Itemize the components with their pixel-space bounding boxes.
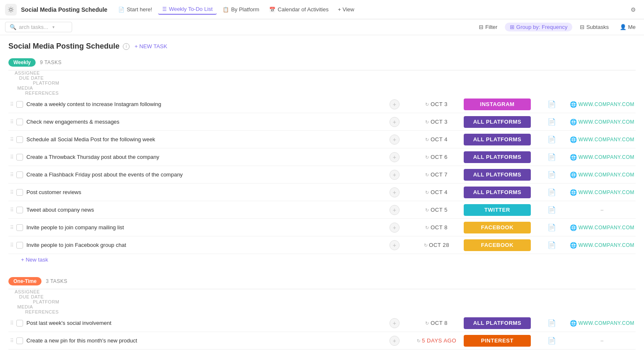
drag-handle[interactable]: ⠿ [10,137,14,143]
media-attachment-icon[interactable]: 📄 [548,337,556,345]
task-references: 🌐www.company.com [569,224,636,231]
task-name-cell: ⠿ Create a Flashback Friday post about t… [8,171,376,178]
reference-link[interactable]: 🌐www.company.com [569,224,636,231]
avatar[interactable]: + [390,240,400,250]
add-assignee-icon: + [393,337,397,344]
drag-handle[interactable]: ⠿ [10,154,14,160]
media-attachment-icon[interactable]: 📄 [548,319,556,327]
task-media[interactable]: 📄 [535,241,569,249]
tab-start-here[interactable]: 📄 Start here! [114,5,156,14]
reference-link[interactable]: 🌐www.company.com [569,320,636,327]
task-media[interactable]: 📄 [535,118,569,126]
task-references: – [569,338,636,344]
task-checkbox[interactable] [16,224,23,231]
task-checkbox[interactable] [16,171,23,178]
task-checkbox[interactable] [16,337,23,344]
new-task-button-weekly[interactable]: + New task [8,254,636,265]
task-name: Schedule all Social Media Post for the f… [26,136,376,143]
media-attachment-icon[interactable]: 📄 [548,100,556,108]
tab-by-platform[interactable]: 📋 By Platform [218,5,263,14]
task-media[interactable]: 📄 [535,100,569,108]
avatar[interactable]: + [390,205,400,215]
task-assignee: + [376,205,413,215]
platform-badge: Facebook [464,222,531,233]
avatar[interactable]: + [390,318,400,328]
avatar[interactable]: + [390,187,400,197]
task-duedate: ↻Oct 28 [413,242,460,248]
task-media[interactable]: 📄 [535,223,569,231]
drag-handle[interactable]: ⠿ [10,101,14,107]
add-view-button[interactable]: + View [335,5,358,14]
page-title: Social Media Posting Schedule [8,42,119,51]
search-box[interactable]: 🔍 arch tasks... ▾ [5,22,72,32]
drag-handle[interactable]: ⠿ [10,338,14,344]
drag-handle[interactable]: ⠿ [10,207,14,213]
app-icon[interactable] [5,4,17,16]
task-platform: Instagram [460,99,535,110]
me-button[interactable]: 👤 Me [616,23,639,31]
avatar[interactable]: + [390,170,400,180]
media-attachment-icon[interactable]: 📄 [548,118,556,126]
media-attachment-icon[interactable]: 📄 [548,153,556,161]
drag-handle[interactable]: ⠿ [10,189,14,195]
media-attachment-icon[interactable]: 📄 [548,241,556,249]
task-media[interactable]: 📄 [535,171,569,179]
group-by-button[interactable]: ⊞ Group by: Frequency [505,23,572,31]
task-media[interactable]: 📄 [535,153,569,161]
task-media[interactable]: 📄 [535,206,569,214]
drag-handle[interactable]: ⠿ [10,242,14,248]
subtasks-icon: ⊟ [580,24,584,30]
reference-link[interactable]: 🌐www.company.com [569,242,636,249]
settings-icon[interactable]: ⚙ [627,4,639,16]
media-attachment-icon[interactable]: 📄 [548,206,556,214]
tab-calendar[interactable]: 📅 Calendar of Activities [265,5,332,14]
new-task-header-button[interactable]: + NEW TASK [135,43,167,49]
task-checkbox[interactable] [16,320,23,327]
col-references-header: REFERENCES [8,91,75,96]
task-checkbox[interactable] [16,101,23,108]
subtasks-button[interactable]: ⊟ Subtasks [576,23,612,31]
task-name: Check new engagements & messages [26,119,376,125]
task-assignee: + [376,117,413,127]
info-icon[interactable]: i [123,43,130,50]
avatar[interactable]: + [390,117,400,127]
reference-link[interactable]: 🌐www.company.com [569,119,636,125]
avatar[interactable]: + [390,336,400,346]
task-name: Create a weekly contest to increase Inst… [26,101,376,107]
globe-icon: 🌐 [570,136,577,143]
drag-handle[interactable]: ⠿ [10,320,14,326]
drag-handle[interactable]: ⠿ [10,119,14,125]
task-checkbox[interactable] [16,154,23,161]
task-name: Invite people to join company mailing li… [26,224,376,231]
media-attachment-icon[interactable]: 📄 [548,135,556,143]
filter-button[interactable]: ⊟ Filter [475,23,501,31]
reference-link[interactable]: 🌐www.company.com [569,171,636,178]
avatar[interactable]: + [390,223,400,233]
task-checkbox[interactable] [16,189,23,196]
task-references: 🌐www.company.com [569,154,636,161]
task-checkbox[interactable] [16,242,23,249]
avatar[interactable]: + [390,135,400,145]
task-checkbox[interactable] [16,136,23,143]
task-media[interactable]: 📄 [535,337,569,345]
reference-link[interactable]: 🌐www.company.com [569,101,636,108]
task-media[interactable]: 📄 [535,319,569,327]
task-platform: All Platforms [460,134,535,145]
task-checkbox[interactable] [16,119,23,125]
avatar[interactable]: + [390,152,400,162]
reference-link[interactable]: 🌐www.company.com [569,154,636,161]
task-media[interactable]: 📄 [535,135,569,143]
avatar[interactable]: + [390,99,400,109]
media-attachment-icon[interactable]: 📄 [548,223,556,231]
reference-link[interactable]: 🌐www.company.com [569,189,636,196]
due-date-icon: ↻ [425,172,429,177]
reference-link[interactable]: 🌐www.company.com [569,136,636,143]
task-media[interactable]: 📄 [535,188,569,196]
media-attachment-icon[interactable]: 📄 [548,171,556,179]
drag-handle[interactable]: ⠿ [10,172,14,178]
tab-weekly-todo[interactable]: ☰ Weekly To-Do List [158,4,217,15]
task-checkbox[interactable] [16,207,23,213]
media-attachment-icon[interactable]: 📄 [548,188,556,196]
add-assignee-icon: + [393,119,397,125]
drag-handle[interactable]: ⠿ [10,225,14,231]
